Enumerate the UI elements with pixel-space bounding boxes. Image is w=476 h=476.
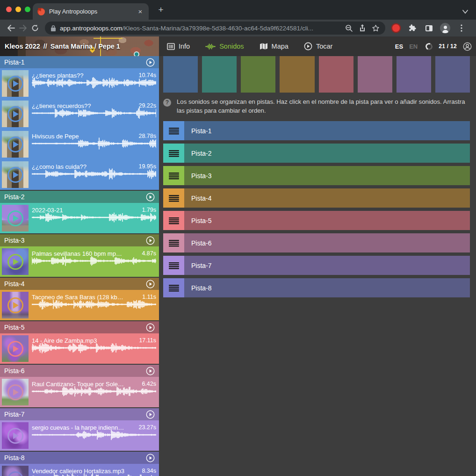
drag-handle-icon[interactable]	[163, 166, 184, 185]
clip-play-button[interactable]	[7, 254, 23, 270]
track-play-button[interactable]	[146, 367, 155, 375]
clip-item[interactable]: Vendedor callejero Hortalizas.mp3 8.34s	[0, 464, 159, 476]
nav-tab-mapa[interactable]: Mapa	[260, 43, 288, 50]
window-minimize-button[interactable]	[15, 7, 21, 12]
clip-play-button[interactable]	[7, 471, 23, 476]
track-section: Pista-1 ¿¿tienes plantas?? 10.74s ¿¿tien…	[0, 56, 159, 190]
browser-menu-dots-icon[interactable]	[456, 22, 467, 34]
drag-handle-icon[interactable]	[163, 211, 184, 230]
breadcrumb[interactable]: Kleos 2022//Santa Marina / Pepe 1	[0, 36, 159, 56]
back-button-icon[interactable]	[5, 22, 17, 34]
track-row[interactable]: Pista-8	[163, 278, 470, 297]
clip-item[interactable]: ¿¿como las cuida?? 19.95s	[0, 159, 159, 190]
track-header[interactable]: Pista-5	[0, 321, 159, 333]
track-row[interactable]: Pista-3	[163, 166, 470, 185]
nav-tab-tocar[interactable]: Tocar	[304, 42, 332, 50]
track-section: Pista-7 sergio cuevas - la harpe indienn…	[0, 408, 159, 451]
clip-play-button[interactable]	[7, 106, 23, 122]
track-play-button[interactable]	[146, 236, 155, 245]
clip-item[interactable]: Hiviscus de Pepe 28.78s	[0, 129, 159, 159]
track-row[interactable]: Pista-5	[163, 211, 470, 230]
play-circle-icon	[304, 42, 312, 50]
track-header[interactable]: Pista-1	[0, 56, 159, 68]
breadcrumb-project[interactable]: Kleos 2022	[5, 43, 40, 50]
clip-item[interactable]: ¿¿tienes recuerdos?? 29.22s	[0, 99, 159, 129]
nav-tab-sonidos[interactable]: Sonidos	[205, 43, 244, 50]
main-panel: ? Los sonidos se organizan en pistas. Ha…	[159, 56, 476, 476]
track-row-body[interactable]: Pista-1	[184, 121, 470, 140]
drag-handle-icon[interactable]	[163, 278, 184, 297]
track-play-button[interactable]	[146, 454, 155, 462]
side-panel-icon[interactable]	[423, 22, 434, 34]
record-extension-icon[interactable]	[390, 22, 402, 34]
share-icon[interactable]	[359, 24, 366, 32]
drag-handle-icon[interactable]	[163, 188, 184, 208]
drag-handle-icon[interactable]	[163, 121, 184, 140]
clip-play-button[interactable]	[7, 297, 23, 313]
drag-handle-icon[interactable]	[163, 256, 184, 275]
track-row-body[interactable]: Pista-6	[184, 233, 470, 252]
track-header[interactable]: Pista-4	[0, 278, 159, 290]
browser-profile-avatar[interactable]	[440, 22, 451, 34]
drag-handle-icon[interactable]	[163, 233, 184, 252]
clip-play-button[interactable]	[7, 384, 23, 400]
clip-item[interactable]: ¿¿tienes plantas?? 10.74s	[0, 68, 159, 99]
address-bar[interactable]: app.antropoloops.com/Kleos-Santa-Marina/…	[45, 22, 385, 35]
track-row[interactable]: Pista-1	[163, 121, 470, 140]
track-header[interactable]: Pista-7	[0, 408, 159, 420]
track-row-body[interactable]: Pista-8	[184, 278, 470, 297]
window-zoom-button[interactable]	[25, 7, 30, 12]
track-row-body[interactable]: Pista-2	[184, 144, 470, 163]
language-en-button[interactable]: EN	[409, 43, 418, 50]
bookmark-star-icon[interactable]	[372, 24, 380, 32]
track-header[interactable]: Pista-2	[0, 191, 159, 203]
tab-close-icon[interactable]: ×	[137, 7, 144, 15]
clip-item[interactable]: Palmas sevillanas 160 bpm mp3.mp3 4.87s	[0, 246, 159, 277]
clip-item[interactable]: Taconeo de Sara Baras (128 kbps).mp3 1.1…	[0, 290, 159, 320]
track-header[interactable]: Pista-6	[0, 365, 159, 377]
track-play-button[interactable]	[146, 193, 155, 202]
clip-item[interactable]: Raul Cantizano- Toque por Solenoide.mp3 …	[0, 377, 159, 407]
clip-play-button[interactable]	[7, 428, 23, 444]
track-header[interactable]: Pista-8	[0, 452, 159, 464]
account-icon[interactable]	[463, 42, 472, 51]
clip-item[interactable]: 14 - Aire de Zamba.mp3 17.11s	[0, 333, 159, 364]
track-row-label: Pista-4	[191, 195, 212, 202]
clip-item[interactable]: sergio cuevas - la harpe indienne - 03 -…	[0, 420, 159, 451]
track-row[interactable]: Pista-2	[163, 144, 470, 163]
language-es-button[interactable]: ES	[395, 43, 403, 50]
track-play-button[interactable]	[146, 323, 155, 332]
clip-play-button[interactable]	[7, 210, 23, 226]
track-row[interactable]: Pista-7	[163, 256, 470, 275]
track-row-label: Pista-1	[191, 127, 212, 135]
track-row-body[interactable]: Pista-5	[184, 211, 470, 230]
track-rows-list: Pista-1 Pista-2 Pista-3 Pista-4 Pista-5 …	[163, 121, 470, 297]
track-row[interactable]: Pista-6	[163, 233, 470, 252]
tab-search-chevron-icon[interactable]	[462, 7, 469, 16]
info-list-icon	[167, 43, 175, 50]
track-row-body[interactable]: Pista-7	[184, 256, 470, 275]
track-row-body[interactable]: Pista-3	[184, 166, 470, 185]
track-play-button[interactable]	[146, 58, 155, 67]
track-play-button[interactable]	[146, 410, 155, 419]
clip-item[interactable]: 2022-03-21 1.79s	[0, 203, 159, 233]
track-header[interactable]: Pista-3	[0, 234, 159, 246]
reload-button-icon[interactable]	[29, 22, 41, 34]
clip-play-button[interactable]	[7, 76, 23, 92]
zoom-out-icon[interactable]	[345, 24, 353, 32]
window-close-button[interactable]	[6, 7, 12, 12]
clip-play-button[interactable]	[7, 341, 23, 357]
track-row[interactable]: Pista-4	[163, 188, 470, 208]
clip-play-button[interactable]	[7, 167, 23, 183]
breadcrumb-piece[interactable]: Santa Marina / Pepe 1	[50, 43, 120, 50]
track-section: Pista-6 Raul Cantizano- Toque por Soleno…	[0, 365, 159, 407]
browser-tab[interactable]: Play Antropoloops ×	[33, 3, 149, 20]
track-row-body[interactable]: Pista-4	[184, 188, 470, 208]
drag-handle-icon[interactable]	[163, 144, 184, 163]
extensions-puzzle-icon[interactable]	[407, 22, 418, 34]
nav-tab-info[interactable]: Info	[167, 43, 190, 50]
forward-button-icon[interactable]	[17, 22, 29, 34]
track-play-button[interactable]	[146, 280, 155, 288]
new-tab-button[interactable]: +	[155, 4, 166, 15]
clip-play-button[interactable]	[7, 137, 23, 152]
